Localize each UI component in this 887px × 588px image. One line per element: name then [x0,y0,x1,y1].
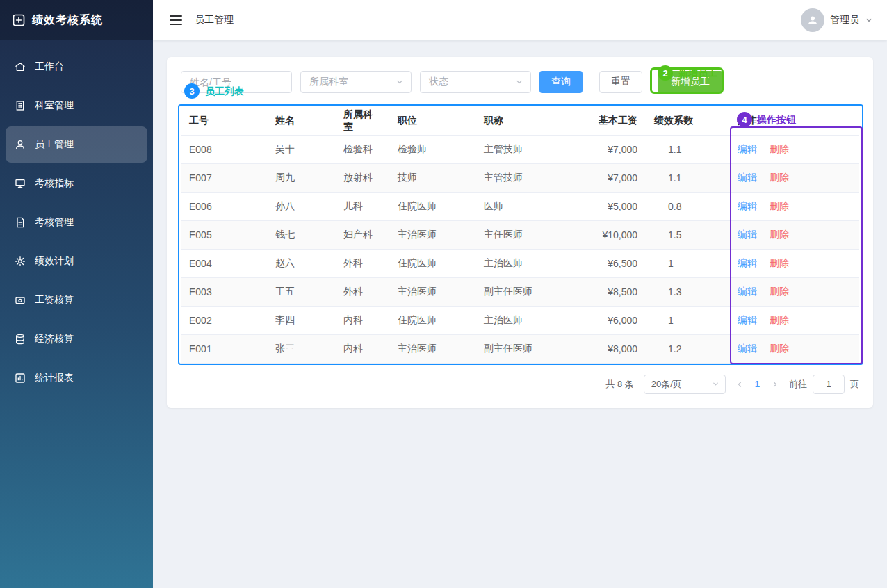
cell-name: 吴十 [267,135,335,163]
sidebar-item-label: 考核管理 [35,216,74,229]
cell-employee-id: E007 [181,163,267,192]
cell-position: 住院医师 [389,249,475,277]
avatar [801,8,824,32]
user-menu[interactable]: 管理员 [801,8,873,32]
main-card: 所属科室 状态 查询 重置 新增员工 [167,57,873,408]
page-content: 所属科室 状态 查询 重置 新增员工 [153,40,887,588]
delete-link[interactable]: 删除 [770,314,789,325]
sidebar-item-economics[interactable]: 经济核算 [6,321,147,357]
sidebar-item-label: 科室管理 [35,99,74,112]
search-button[interactable]: 查询 [539,71,583,93]
database-icon [14,333,26,345]
delete-link[interactable]: 删除 [770,172,789,183]
cell-base-salary: ¥6,000 [564,306,646,334]
topbar: 员工管理 管理员 [153,0,887,40]
delete-link[interactable]: 删除 [770,229,789,240]
delete-link[interactable]: 删除 [770,143,789,154]
department-select[interactable]: 所属科室 [300,71,412,93]
cell-department: 放射科 [335,163,389,192]
chevron-down-icon [865,16,873,24]
cell-title: 医师 [475,192,564,220]
edit-link[interactable]: 编辑 [738,343,757,354]
sidebar-item-employees[interactable]: 员工管理 [6,126,147,163]
next-page-button[interactable] [771,380,779,389]
table-row: E004 赵六 外科 住院医师 主治医师 ¥6,500 1 编辑删除 [181,249,859,277]
cell-position: 主治医师 [389,277,475,306]
header-title: 职称 [475,107,564,135]
sidebar-nav: 工作台 科室管理 员工管理 考核指标 [0,40,153,399]
pagination: 共 8 条 20条/页 1 [181,375,859,394]
cell-base-salary: ¥6,500 [564,249,646,277]
cell-name: 周九 [267,163,335,192]
table-row: E003 王五 外科 主治医师 副主任医师 ¥8,500 1.3 编辑删除 [181,277,859,306]
page-number-1[interactable]: 1 [755,379,760,389]
sidebar-item-kpi[interactable]: 考核指标 [6,165,147,202]
edit-link[interactable]: 编辑 [738,257,757,268]
plus-square-icon [13,14,25,26]
delete-link[interactable]: 删除 [770,286,789,297]
chevron-down-icon [712,380,719,388]
cell-employee-id: E001 [181,334,267,363]
total-count: 共 8 条 [605,378,633,391]
sidebar-item-label: 工资核算 [35,294,74,307]
table-header-row: 工号 姓名 所属科室 职位 职称 基本工资 绩效系数 操作 [181,107,859,135]
sidebar-item-payroll[interactable]: 工资核算 [6,282,147,318]
header-employee-id: 工号 [181,107,267,135]
sidebar-item-reports[interactable]: 统计报表 [6,360,147,396]
chart-icon [14,372,26,384]
chevron-down-icon [515,78,523,86]
goto-page-input[interactable] [813,375,845,394]
cell-coefficient: 1.3 [646,277,729,306]
cell-name: 王五 [267,277,335,306]
sidebar-item-label: 工作台 [35,60,64,73]
cell-department: 外科 [335,277,389,306]
building-icon [14,99,26,112]
edit-link[interactable]: 编辑 [738,229,757,240]
edit-link[interactable]: 编辑 [738,143,757,154]
cell-base-salary: ¥8,000 [564,334,646,363]
monitor-icon [14,177,26,190]
cell-base-salary: ¥10,000 [564,220,646,249]
home-icon [14,60,26,73]
status-select[interactable]: 状态 [420,71,531,93]
delete-link[interactable]: 删除 [770,257,789,268]
cell-title: 主治医师 [475,306,564,334]
delete-link[interactable]: 删除 [770,200,789,211]
edit-link[interactable]: 编辑 [738,200,757,211]
delete-link[interactable]: 删除 [770,343,789,354]
cell-position: 主治医师 [389,334,475,363]
page-size-select[interactable]: 20条/页 [644,375,726,394]
edit-link[interactable]: 编辑 [738,286,757,297]
header-actions: 操作 [729,107,859,135]
sidebar-item-workbench[interactable]: 工作台 [6,49,147,85]
sidebar-item-assessment[interactable]: 考核管理 [6,204,147,240]
edit-link[interactable]: 编辑 [738,172,757,183]
cell-actions: 编辑删除 [729,249,859,277]
cell-title: 主治医师 [475,249,564,277]
table-row: E008 吴十 检验科 检验师 主管技师 ¥7,000 1.1 编辑删除 [181,135,859,163]
sidebar-item-label: 经济核算 [35,333,74,345]
hamburger-menu-icon[interactable] [170,15,182,26]
cell-coefficient: 0.8 [646,192,729,220]
user-icon [14,138,26,151]
goto-unit: 页 [850,378,859,391]
add-employee-button[interactable]: 新增员工 [658,71,723,93]
sidebar-item-performance-plan[interactable]: 绩效计划 [6,243,147,279]
cell-position: 主治医师 [389,220,475,249]
department-select-placeholder: 所属科室 [309,76,348,88]
prev-page-button[interactable] [735,380,744,389]
cell-employee-id: E004 [181,249,267,277]
goto-page: 前往 页 [789,375,859,394]
sidebar-item-label: 绩效计划 [35,255,74,268]
cell-department: 检验科 [335,135,389,163]
keyword-input[interactable] [181,71,292,93]
table-row: E005 钱七 妇产科 主治医师 主任医师 ¥10,000 1.5 编辑删除 [181,220,859,249]
table-row: E001 张三 内科 主治医师 副主任医师 ¥8,000 1.2 编辑删除 [181,334,859,363]
cell-name: 李四 [267,306,335,334]
reset-button[interactable]: 重置 [599,71,642,93]
cell-employee-id: E006 [181,192,267,220]
header-position: 职位 [389,107,475,135]
edit-link[interactable]: 编辑 [738,314,757,325]
cell-employee-id: E005 [181,220,267,249]
sidebar-item-departments[interactable]: 科室管理 [6,88,147,124]
